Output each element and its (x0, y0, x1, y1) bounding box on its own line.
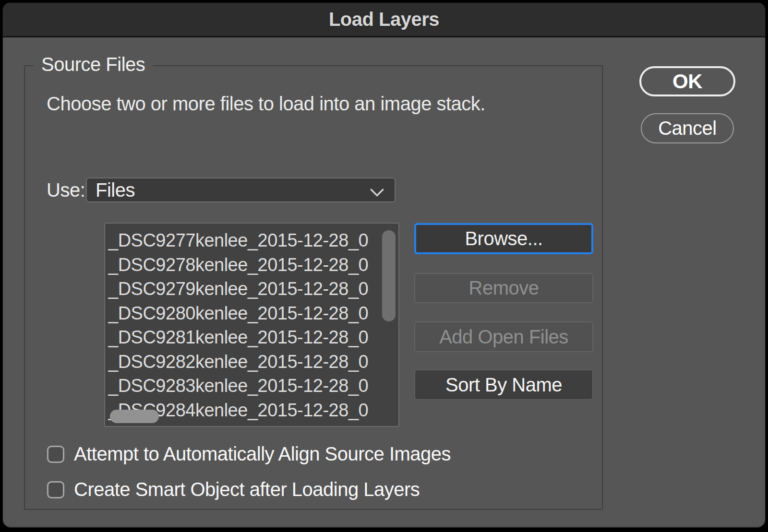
titlebar[interactable]: Load Layers (3, 3, 765, 37)
file-list-items: _DSC9277kenlee_2015-12-28_0_DSC9278kenle… (108, 228, 381, 426)
add-open-files-button[interactable]: Add Open Files (414, 321, 593, 352)
horizontal-scrollbar-thumb[interactable] (110, 410, 159, 423)
screen-background: Load Layers Source Files Choose two or m… (0, 0, 768, 532)
file-item[interactable]: _DSC9281kenlee_2015-12-28_0 (108, 325, 381, 350)
dialog-body: Source Files Choose two or more files to… (3, 37, 765, 527)
group-legend: Source Files (34, 54, 153, 75)
remove-button[interactable]: Remove (414, 273, 593, 303)
smart-object-checkbox[interactable] (47, 481, 64, 498)
use-select[interactable]: Files (86, 177, 396, 202)
align-checkbox-label[interactable]: Attempt to Automatically Align Source Im… (74, 443, 451, 465)
use-select-value: Files (87, 179, 135, 201)
source-files-group: Source Files Choose two or more files to… (24, 65, 603, 510)
ok-button[interactable]: OK (639, 66, 735, 96)
description-text: Choose two or more files to load into an… (47, 93, 485, 115)
smart-object-checkbox-label[interactable]: Create Smart Object after Loading Layers (74, 479, 420, 500)
sort-by-name-button[interactable]: Sort By Name (414, 369, 593, 400)
file-item[interactable]: _DSC9282kenlee_2015-12-28_0 (108, 350, 381, 374)
cancel-button[interactable]: Cancel (641, 113, 734, 143)
chevron-down-icon (370, 183, 384, 197)
align-checkbox[interactable] (47, 446, 64, 463)
vertical-scrollbar-thumb[interactable] (382, 230, 396, 321)
file-item[interactable]: _DSC9283kenlee_2015-12-28_0 (108, 374, 381, 398)
window-title: Load Layers (329, 9, 439, 30)
file-item[interactable]: _DSC9278kenlee_2015-12-28_0 (108, 253, 381, 277)
browse-button[interactable]: Browse... (414, 223, 593, 254)
align-checkbox-row: Attempt to Automatically Align Source Im… (47, 443, 451, 465)
file-item[interactable]: _DSC9277kenlee_2015-12-28_0 (108, 228, 381, 253)
file-list[interactable]: _DSC9277kenlee_2015-12-28_0_DSC9278kenle… (104, 223, 399, 427)
use-label: Use: (47, 179, 85, 201)
smart-object-checkbox-row: Create Smart Object after Loading Layers (47, 479, 420, 500)
file-item[interactable]: _DSC9280kenlee_2015-12-28_0 (108, 301, 381, 326)
load-layers-dialog: Load Layers Source Files Choose two or m… (3, 3, 765, 527)
file-item[interactable]: _DSC9279kenlee_2015-12-28_0 (108, 277, 381, 301)
